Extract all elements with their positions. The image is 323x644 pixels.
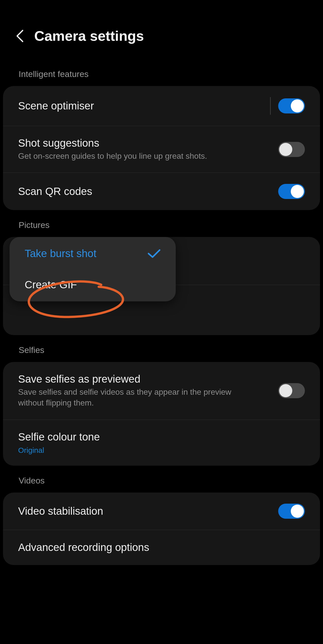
popup-item-take-burst-shot[interactable]: Take burst shot <box>10 238 176 269</box>
toggle-shot-suggestions[interactable] <box>278 142 305 157</box>
section-heading-pictures: Pictures <box>0 210 323 237</box>
row-title: Save selfies as previewed <box>18 373 245 385</box>
check-icon <box>148 249 161 259</box>
row-value: Original <box>18 446 100 455</box>
row-subtitle: Get on-screen guides to help you line up… <box>18 151 207 162</box>
row-shot-suggestions[interactable]: Shot suggestions Get on-screen guides to… <box>3 126 320 173</box>
toggle-video-stabilisation[interactable] <box>278 504 305 519</box>
card-intelligent: Scene optimiser Shot suggestions Get on-… <box>3 86 320 210</box>
row-advanced-recording-options[interactable]: Advanced recording options <box>3 530 320 565</box>
row-scene-optimiser[interactable]: Scene optimiser <box>3 86 320 126</box>
row-title: Scan QR codes <box>18 185 92 197</box>
toggle-scan-qr[interactable] <box>278 184 305 199</box>
row-title: Selfie colour tone <box>18 431 100 443</box>
row-title: Shot suggestions <box>18 137 207 149</box>
section-heading-videos: Videos <box>0 466 323 493</box>
row-save-selfies-previewed[interactable]: Save selfies as previewed Save selfies a… <box>3 362 320 419</box>
row-scan-qr[interactable]: Scan QR codes <box>3 173 320 210</box>
card-selfies: Save selfies as previewed Save selfies a… <box>3 362 320 465</box>
popup-item-create-gif[interactable]: Create GIF <box>10 269 176 300</box>
row-video-stabilisation[interactable]: Video stabilisation <box>3 493 320 530</box>
row-title: Advanced recording options <box>18 541 149 553</box>
section-heading-intelligent: Intelligent features <box>0 59 323 86</box>
popup-item-label: Take burst shot <box>25 248 96 260</box>
toggle-save-selfies-previewed[interactable] <box>278 383 305 398</box>
row-subtitle: Save selfies and selfie videos as they a… <box>18 387 245 408</box>
row-title: Scene optimiser <box>18 100 94 112</box>
popup-item-label: Create GIF <box>25 279 77 291</box>
card-pictures: Picture formats Take burst shot Create G… <box>3 237 320 335</box>
header: Camera settings <box>0 0 323 59</box>
popup-swipe-shutter-options: Take burst shot Create GIF <box>10 237 176 301</box>
back-icon[interactable] <box>15 29 24 43</box>
row-title: Video stabilisation <box>18 505 103 517</box>
row-selfie-colour-tone[interactable]: Selfie colour tone Original <box>3 420 320 466</box>
vertical-divider <box>270 97 271 115</box>
toggle-scene-optimiser[interactable] <box>278 98 305 113</box>
section-heading-selfies: Selfies <box>0 335 323 362</box>
page-title: Camera settings <box>34 28 144 44</box>
card-videos: Video stabilisation Advanced recording o… <box>3 493 320 565</box>
